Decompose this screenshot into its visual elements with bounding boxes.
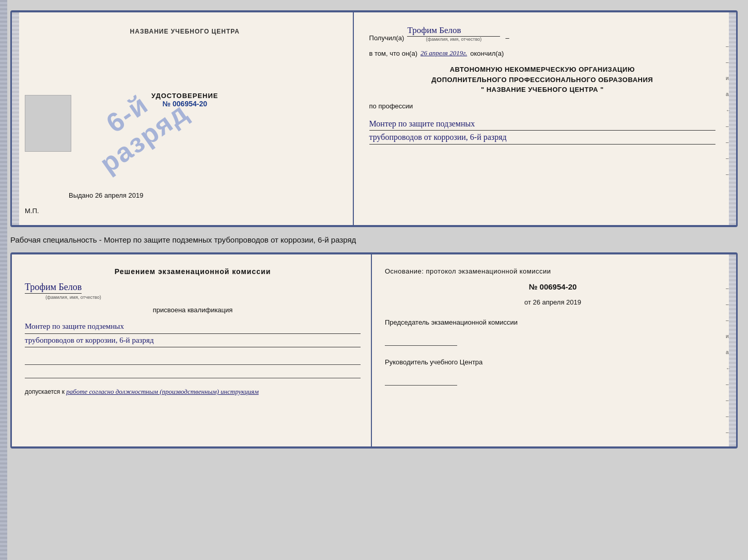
predsedatel-block: Председатель экзаменационной комиссии	[385, 318, 721, 346]
page-wrapper: НАЗВАНИЕ УЧЕБНОГО ЦЕНТРА 6-й разряд УДОС…	[10, 10, 738, 449]
vtom-label: в том, что он(а)	[369, 50, 417, 57]
poluchil-name: Трофим Белов	[407, 25, 500, 37]
mp-line: М.П.	[25, 207, 39, 215]
bottom-certificate: Решением экзаменационной комиссии Трофим…	[10, 252, 738, 449]
poluchil-line: Получил(а) Трофим Белов (фамилия, имя, о…	[369, 25, 715, 42]
right-side-marks: – – и а ← – – – –	[726, 43, 731, 177]
profession-block: Монтер по защите подземных трубопроводов…	[369, 117, 715, 145]
top-left-title: НАЗВАНИЕ УЧЕБНОГО ЦЕНТРА	[130, 28, 240, 35]
org-block: АВТОНОМНУЮ НЕКОММЕРЧЕСКУЮ ОРГАНИЗАЦИЮ ДО…	[369, 65, 715, 95]
dopuskaetsya-label: допускается к	[25, 388, 65, 395]
vydano-date: 26 апреля 2019	[95, 191, 144, 199]
bottom-name-subtitle: (фамилия, имя, отчество)	[45, 295, 101, 300]
profession-line2: трубопроводов от коррозии, 6-й разряд	[369, 131, 715, 145]
diagonal-stamp: 6-й разряд	[53, 43, 219, 209]
udostoverenie-number: № 006954-20	[151, 100, 218, 108]
qualification-line2: трубопроводов от коррозии, 6-й разряд	[25, 334, 361, 348]
org-line3: " НАЗВАНИЕ УЧЕБНОГО ЦЕНТРА "	[369, 85, 715, 95]
bottom-cert-right-page: – – – и а ← – – – – Основание: протокол …	[372, 254, 736, 446]
rukovoditel-block: Руководитель учебного Центра	[385, 358, 721, 386]
top-cert-right-page: – – и а ← – – – – Получил(а) Трофим Бело…	[354, 12, 736, 225]
qualification-block: Монтер по защите подземных трубопроводов…	[25, 320, 361, 347]
vydano-label: Выдано	[69, 191, 93, 199]
prisvоena-label: присвоена квалификация	[25, 306, 361, 314]
qualification-line1: Монтер по защите подземных	[25, 320, 361, 334]
udostoverenie-label: УДОСТОВЕРЕНИЕ	[151, 92, 218, 100]
photo-placeholder	[25, 95, 71, 152]
poluchil-subtitle: (фамилия, имя, отчество)	[426, 37, 482, 42]
profession-line1: Монтер по защите подземных	[369, 117, 715, 131]
bottom-name: Трофим Белов	[25, 282, 82, 294]
udostoverenie-block: УДОСТОВЕРЕНИЕ № 006954-20	[151, 92, 218, 108]
vydano-line: Выдано 26 апреля 2019	[69, 191, 143, 199]
blank-line-1	[25, 356, 361, 365]
blank-line-2	[25, 369, 361, 378]
ot-date-value: 26 апреля 2019	[533, 298, 582, 306]
blank-lines	[25, 356, 361, 378]
top-certificate: НАЗВАНИЕ УЧЕБНОГО ЦЕНТРА 6-й разряд УДОС…	[10, 10, 738, 227]
ot-date: от 26 апреля 2019	[385, 298, 721, 306]
dopuskaetsya-block: допускается к работе согласно должностны…	[25, 388, 361, 396]
predsedatel-label: Председатель экзаменационной комиссии	[385, 318, 721, 326]
org-line2: ДОПОЛНИТЕЛЬНОГО ПРОФЕССИОНАЛЬНОГО ОБРАЗО…	[369, 75, 715, 85]
bottom-cert-left-page: Решением экзаменационной комиссии Трофим…	[12, 254, 372, 446]
decision-title: Решением экзаменационной комиссии	[25, 267, 361, 276]
vtom-line: в том, что он(а) 26 апреля 2019г. окончи…	[369, 49, 715, 57]
org-line1: АВТОНОМНУЮ НЕКОММЕРЧЕСКУЮ ОРГАНИЗАЦИЮ	[369, 65, 715, 75]
stamp-text: 6-й разряд	[78, 73, 194, 179]
bottom-name-block: Трофим Белов (фамилия, имя, отчество)	[25, 282, 361, 300]
vtom-date: 26 апреля 2019г.	[420, 49, 467, 57]
dash: –	[505, 34, 509, 42]
poprofessii-label: по профессии	[369, 102, 715, 110]
predsedatel-sign-line	[385, 337, 457, 346]
middle-text: Рабочая специальность - Монтер по защите…	[10, 233, 738, 246]
protocol-number: № 006954-20	[385, 282, 721, 291]
osnovanie-title: Основание: протокол экзаменационной коми…	[385, 267, 721, 275]
right-side-marks-bottom: – – – и а ← – – – –	[726, 285, 731, 435]
top-cert-left-page: НАЗВАНИЕ УЧЕБНОГО ЦЕНТРА 6-й разряд УДОС…	[12, 12, 354, 225]
okonchil-label: окончил(а)	[470, 50, 504, 57]
rukovoditel-label: Руководитель учебного Центра	[385, 358, 721, 366]
poluchil-label: Получил(а)	[369, 34, 404, 42]
dopuskaetsya-text: работе согласно должностным (производств…	[66, 388, 258, 395]
ot-label: от	[524, 298, 531, 306]
rukovoditel-sign-line	[385, 376, 457, 386]
